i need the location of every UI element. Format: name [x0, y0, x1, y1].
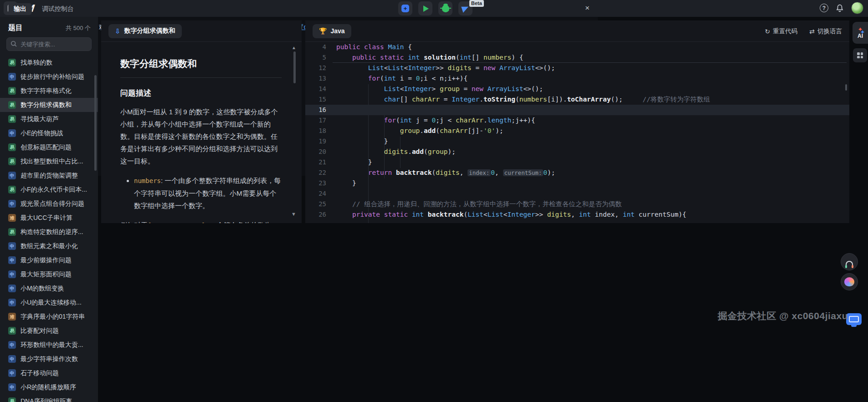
difficulty-badge: 易 — [8, 327, 16, 335]
language-tab[interactable]: 🏆 Java — [313, 24, 351, 38]
difficulty-badge: 易 — [8, 228, 16, 236]
customer-support-button[interactable] — [841, 253, 858, 270]
list-item[interactable]: 中小E的怪物挑战 — [0, 126, 98, 140]
difficulty-badge: 易 — [8, 101, 16, 109]
line-number: 13 — [305, 73, 336, 84]
problem-title: 数字分组求偶数和 — [120, 57, 282, 70]
device-button[interactable] — [846, 313, 862, 325]
difficulty-badge: 中 — [8, 369, 16, 377]
section-heading: 问题描述 — [120, 88, 282, 98]
user-avatar[interactable] — [851, 2, 863, 14]
grid-icon — [857, 52, 863, 58]
problem-label: 比赛配对问题 — [21, 327, 59, 335]
list-item[interactable]: 中超市里的货物架调整 — [0, 168, 98, 183]
list-item[interactable]: 中小U的最大连续移动... — [0, 295, 98, 310]
code-text: for(int i = 0;i < n;i++){ — [336, 73, 467, 84]
line-number: 18 — [305, 126, 336, 136]
switch-language-button[interactable]: ⇄ 切换语言 — [809, 27, 842, 36]
problem-label: 创意标题匹配问题 — [21, 143, 72, 152]
sparkle-icon: ✦ — [858, 26, 863, 32]
toolbox-button[interactable] — [853, 48, 867, 62]
problem-tab[interactable]: ⇩ 数字分组求偶数和 — [108, 24, 182, 38]
code-line: 17 for(int j = 0;j < charArr.length;j++)… — [305, 115, 849, 126]
list-item[interactable]: 中最大矩形面积问题 — [0, 267, 98, 281]
list-item[interactable]: 中数组元素之和最小化 — [0, 239, 98, 253]
difficulty-badge: 易 — [8, 87, 16, 95]
parameter-item: numbers: 一个由多个整数字符串组成的列表，每个字符串可以视为一个数字组。… — [134, 174, 282, 212]
difficulty-badge: 中 — [8, 73, 16, 81]
list-item[interactable]: 中石子移动问题 — [0, 366, 98, 380]
line-number: 4 — [305, 42, 336, 52]
problem-label: 小F的永久代币卡回本... — [21, 186, 87, 194]
list-item[interactable]: 易找出整型数组中占比... — [0, 154, 98, 168]
brain-icon — [844, 277, 854, 286]
ai-brain-button[interactable] — [841, 273, 858, 290]
list-item[interactable]: 易DNA序列编辑距离 — [0, 394, 98, 402]
code-line: 15 char[] charArr = Integer.toString(num… — [305, 94, 849, 105]
difficulty-badge: 中 — [8, 129, 16, 137]
problem-label: 寻找最大葫芦 — [21, 115, 59, 123]
sidebar-scrollbar[interactable] — [94, 75, 97, 171]
editor-scrollbar-mark[interactable] — [845, 84, 847, 91]
list-item[interactable]: 中最少前缀操作问题 — [0, 253, 98, 267]
problem-label: 字典序最小的01字符串 — [21, 313, 85, 321]
code-text: } — [336, 136, 388, 147]
list-item[interactable]: 易数字分组求偶数和 — [0, 98, 98, 112]
list-item[interactable]: 易创意标题匹配问题 — [0, 140, 98, 154]
line-number: 17 — [305, 115, 336, 126]
notification-bell-icon[interactable] — [836, 4, 844, 12]
problem-label: 最少前缀操作问题 — [21, 256, 72, 265]
code-text: // 组合选择，用递归、回溯的方法，从数字组中选择一个数字，并检查各位之和是否为… — [336, 199, 622, 209]
difficulty-badge: 易 — [8, 143, 16, 151]
code-text: return backtrack(digits, index:0, curren… — [336, 168, 555, 178]
list-item[interactable]: 中徒步旅行中的补给问题 — [0, 70, 98, 84]
list-item[interactable]: 易小F的永久代币卡回本... — [0, 183, 98, 197]
list-item[interactable]: 中小R的随机播放顺序 — [0, 380, 98, 394]
list-item[interactable]: 中小M的数组变换 — [0, 281, 98, 295]
code-line: 4public class Main { — [305, 42, 849, 52]
list-item[interactable]: 易找单独的数 — [0, 56, 98, 70]
code-line: 5 public static int solution(int[] numbe… — [305, 52, 849, 63]
ai-assistant-button[interactable]: ✦ AI — [853, 22, 868, 44]
difficulty-badge: 易 — [8, 186, 16, 193]
list-item[interactable]: 中观光景点组合得分问题 — [0, 197, 98, 211]
reset-code-button[interactable]: ↻ 重置代码 — [765, 27, 798, 36]
list-item[interactable]: 易比赛配对问题 — [0, 324, 98, 338]
problem-label: 最少字符串操作次数 — [21, 355, 78, 363]
code-line: 23 } — [305, 178, 849, 188]
list-item[interactable]: 中环形数组中的最大贡... — [0, 338, 98, 352]
list-item[interactable]: 难字典序最小的01字符串 — [0, 310, 98, 324]
help-icon[interactable]: ? — [820, 4, 828, 12]
code-text: for(int j = 0;j < charArr.length;j++){ — [336, 115, 535, 126]
monitor-icon — [846, 313, 862, 325]
problem-label: 数组元素之和最小化 — [21, 242, 78, 250]
tab-output[interactable]: 输出 — [8, 3, 32, 15]
code-line: 16 — [305, 105, 849, 115]
scroll-up-icon[interactable]: ▲ — [292, 45, 296, 50]
problem-label: 找出整型数组中占比... — [21, 158, 83, 166]
code-line: 13 for(int i = 0;i < n;i++){ — [305, 73, 849, 84]
line-number: 25 — [305, 199, 336, 209]
line-number: 12 — [305, 63, 336, 73]
parameter-list: numbers: 一个由多个整数字符串组成的列表，每个字符串可以视为一个数字组。… — [124, 174, 282, 212]
list-item[interactable]: 难最大UCC子串计算 — [0, 211, 98, 225]
line-number: 23 — [305, 178, 336, 188]
list-item[interactable]: 中最少字符串操作次数 — [0, 352, 98, 366]
line-number: 26 — [305, 209, 336, 220]
download-icon: ⇩ — [115, 28, 121, 35]
difficulty-badge: 中 — [8, 172, 16, 179]
difficulty-badge: 中 — [8, 256, 16, 264]
close-icon[interactable]: × — [585, 4, 590, 12]
search-input[interactable] — [6, 37, 92, 51]
list-item[interactable]: 易数字字符串格式化 — [0, 84, 98, 98]
problem-label: 观光景点组合得分问题 — [21, 200, 84, 208]
problem-list: 易找单独的数中徒步旅行中的补给问题易数字字符串格式化易数字分组求偶数和易寻找最大… — [0, 56, 98, 402]
code-editor[interactable]: 4public class Main {5 public static int … — [305, 42, 849, 223]
difficulty-badge: 易 — [8, 59, 16, 66]
line-number: 21 — [305, 157, 336, 168]
list-item[interactable]: 易构造特定数组的逆序... — [0, 225, 98, 239]
list-item[interactable]: 易寻找最大葫芦 — [0, 112, 98, 126]
code-line: 14 List<Integer> group = new ArrayList<>… — [305, 84, 849, 94]
tab-debug-console[interactable]: 调试控制台 — [42, 5, 74, 13]
scroll-down-icon[interactable]: ▼ — [291, 211, 296, 217]
